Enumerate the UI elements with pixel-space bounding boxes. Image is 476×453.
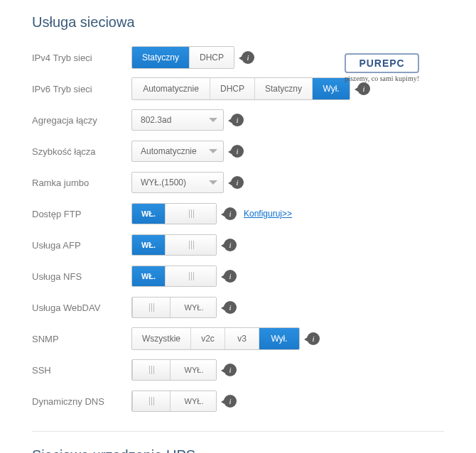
toggle-handle-icon — [132, 360, 171, 380]
row-webdav: Usługa WebDAV WYŁ. i — [32, 293, 444, 322]
ftp-toggle[interactable]: WŁ. — [131, 203, 217, 224]
jumbo-frame-select[interactable]: WYŁ.(1500) — [131, 172, 224, 193]
section-divider — [32, 431, 444, 432]
brand-logo-tag: piszemy, co sami kupimy! — [345, 75, 419, 82]
toggle-on-label: WŁ. — [132, 266, 165, 286]
section-title-ups: Sieciowe urządzenie UPS — [32, 447, 444, 453]
ipv4-static-button[interactable]: Statyczny — [132, 47, 190, 68]
aggregation-select[interactable]: 802.3ad — [131, 109, 224, 131]
label-ipv6: IPv6 Tryb sieci — [32, 84, 131, 94]
toggle-on-label: WŁ. — [132, 204, 165, 224]
label-link-speed: Szybkość łącza — [32, 146, 131, 157]
label-snmp: SNMP — [32, 334, 131, 344]
toggle-handle-icon — [165, 266, 217, 286]
info-icon[interactable]: i — [224, 301, 237, 314]
ipv6-dhcp-button[interactable]: DHCP — [210, 78, 255, 99]
label-webdav: Usługa WebDAV — [32, 302, 131, 313]
row-afp: Usługa AFP WŁ. i — [32, 231, 444, 259]
row-nfs: Usługa NFS WŁ. i — [32, 262, 444, 290]
toggle-handle-icon — [132, 391, 171, 411]
jumbo-frame-value: WYŁ.(1500) — [141, 178, 186, 187]
label-ssh: SSH — [32, 365, 131, 376]
toggle-off-label: WYŁ. — [171, 360, 217, 380]
row-ssh: SSH WYŁ. i — [32, 356, 444, 384]
chevron-down-icon — [209, 118, 217, 122]
toggle-off-label: WYŁ. — [171, 391, 217, 411]
toggle-off-label: WYŁ. — [171, 298, 217, 317]
aggregation-value: 802.3ad — [141, 115, 171, 125]
link-speed-value: Automatycznie — [141, 146, 197, 156]
info-icon[interactable]: i — [224, 239, 237, 251]
brand-logo: PUREPC piszemy, co sami kupimy! — [345, 53, 419, 82]
ipv6-static-button[interactable]: Statyczny — [255, 78, 313, 99]
section-title-network-service: Usługa sieciowa — [32, 14, 444, 31]
toggle-on-label: WŁ. — [132, 235, 165, 255]
snmp-mode-group: Wszystkie v2c v3 Wył. — [131, 327, 300, 350]
label-aggregation: Agregacja łączy — [32, 115, 131, 126]
ftp-configure-link[interactable]: Konfiguruj>> — [244, 209, 292, 219]
ipv6-auto-button[interactable]: Automatycznie — [132, 78, 210, 99]
chevron-down-icon — [209, 180, 217, 185]
ssh-toggle[interactable]: WYŁ. — [131, 359, 217, 381]
info-icon[interactable]: i — [307, 332, 320, 345]
nfs-toggle[interactable]: WŁ. — [131, 266, 217, 287]
label-jumbo-frame: Ramka jumbo — [32, 178, 131, 188]
brand-logo-text: PUREPC — [345, 53, 419, 73]
info-icon[interactable]: i — [224, 395, 237, 408]
chevron-down-icon — [209, 149, 217, 153]
label-nfs: Usługa NFS — [32, 271, 131, 282]
info-icon[interactable]: i — [231, 176, 244, 189]
afp-toggle[interactable]: WŁ. — [131, 234, 217, 256]
info-icon[interactable]: i — [224, 364, 237, 376]
toggle-handle-icon — [165, 204, 217, 224]
label-ftp: Dostęp FTP — [32, 209, 131, 219]
info-icon[interactable]: i — [231, 114, 244, 126]
snmp-v2c-button[interactable]: v2c — [191, 328, 225, 349]
snmp-v3-button[interactable]: v3 — [225, 328, 259, 349]
row-ftp: Dostęp FTP WŁ. i Konfiguruj>> — [32, 200, 444, 228]
info-icon[interactable]: i — [224, 207, 237, 220]
toggle-handle-icon — [165, 235, 217, 255]
link-speed-select[interactable]: Automatycznie — [131, 141, 224, 162]
info-icon[interactable]: i — [224, 270, 237, 283]
row-link-speed: Szybkość łącza Automatycznie i — [32, 137, 444, 165]
row-jumbo-frame: Ramka jumbo WYŁ.(1500) i — [32, 168, 444, 197]
ipv6-mode-group: Automatycznie DHCP Statyczny Wył. — [131, 77, 350, 100]
ipv4-dhcp-button[interactable]: DHCP — [190, 47, 234, 68]
row-ddns: Dynamiczny DNS WYŁ. i — [32, 387, 444, 415]
info-icon[interactable]: i — [231, 145, 244, 158]
info-icon[interactable]: i — [357, 82, 370, 95]
label-ipv4: IPv4 Tryb sieci — [32, 53, 131, 63]
snmp-off-button[interactable]: Wył. — [259, 328, 299, 349]
row-aggregation: Agregacja łączy 802.3ad i — [32, 106, 444, 134]
ipv4-mode-group: Statyczny DHCP — [131, 46, 234, 69]
label-afp: Usługa AFP — [32, 240, 131, 251]
row-snmp: SNMP Wszystkie v2c v3 Wył. i — [32, 324, 444, 353]
ddns-toggle[interactable]: WYŁ. — [131, 391, 217, 412]
toggle-handle-icon — [132, 298, 171, 317]
label-ddns: Dynamiczny DNS — [32, 396, 131, 407]
info-icon[interactable]: i — [242, 51, 254, 64]
webdav-toggle[interactable]: WYŁ. — [131, 297, 217, 318]
snmp-all-button[interactable]: Wszystkie — [132, 328, 191, 349]
